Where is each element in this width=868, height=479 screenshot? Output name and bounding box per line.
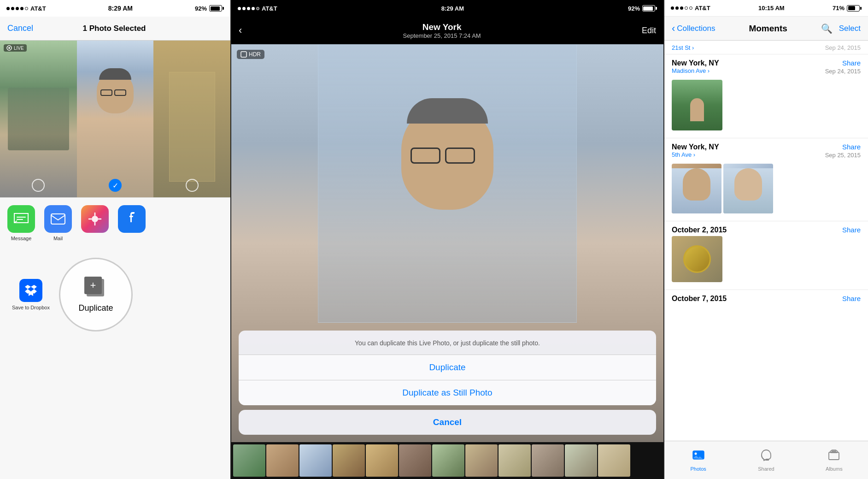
photo-cell-2[interactable]: ✓ (77, 41, 154, 197)
moment4-title: October 7, 2015 (672, 295, 727, 303)
collections-back-button[interactable]: ‹ Collections (672, 23, 715, 35)
duplicate-still-button[interactable]: Duplicate as Still Photo (239, 380, 656, 405)
share-facebook[interactable] (118, 205, 146, 236)
prev-moment-item: 21st St › Sep 24, 2015 (664, 41, 868, 54)
shared-tab-icon (760, 449, 773, 464)
select-button[interactable]: Select (839, 24, 861, 33)
main-photo[interactable]: 🍎 HDR You can duplicate this Live Photo,… (231, 44, 663, 442)
mail-icon (44, 205, 72, 233)
p3-battery-pct: 71% (833, 5, 845, 12)
tab-albums[interactable]: Albums (800, 449, 868, 472)
moment4-header: October 7, 2015 Share (672, 295, 861, 303)
thumb-5[interactable] (366, 444, 398, 477)
select-circle-1[interactable] (32, 179, 45, 192)
photo-cell-1[interactable]: LIVE (0, 41, 77, 197)
moment-item-2: New York, NY 5th Ave › Share Sep 25, 201… (664, 138, 868, 221)
tab-photos[interactable]: Photos (664, 449, 732, 472)
thumb-9[interactable] (499, 444, 531, 477)
dot1 (6, 7, 10, 10)
moment3-share-button[interactable]: Share (842, 226, 861, 234)
svg-rect-2 (17, 217, 26, 218)
back-button-panel2[interactable]: ‹ (239, 24, 242, 36)
duplicate-label: Duplicate (78, 303, 113, 313)
share-photos[interactable] (81, 205, 109, 236)
thumb-11[interactable] (565, 444, 597, 477)
thumb-6[interactable] (399, 444, 431, 477)
moment1-meta: Share Sep 24, 2015 (825, 59, 861, 75)
panel1-title: 1 Photo Selected (83, 24, 146, 33)
moment1-subloc[interactable]: Madison Ave › (672, 67, 719, 74)
p2-signal (238, 7, 259, 10)
thumb-4[interactable] (333, 444, 365, 477)
status-bar-panel2: AT&T 8:29 AM 92% (231, 0, 663, 17)
dialog-overlay: You can duplicate this Live Photo, or ju… (231, 331, 663, 442)
share-message[interactable]: Message (7, 205, 35, 241)
p3-signal (671, 6, 692, 10)
share-mail[interactable]: Mail (44, 205, 72, 241)
dropbox-section[interactable]: Save to Dropbox (12, 279, 50, 310)
duplicate-circle[interactable]: + Duplicate (59, 258, 133, 331)
thumb-3[interactable] (299, 444, 332, 477)
status-left-panel1: AT&T (6, 5, 46, 12)
thumb-10[interactable] (532, 444, 564, 477)
carrier-label: AT&T (30, 5, 46, 12)
tab-bar: Photos Shared Albums (664, 441, 868, 479)
main-face (401, 104, 493, 219)
dropbox-label: Save to Dropbox (12, 305, 50, 310)
svg-rect-3 (17, 219, 23, 220)
d3 (247, 7, 250, 10)
p3d2 (675, 6, 679, 10)
tab-shared[interactable]: Shared (732, 449, 800, 472)
duplicate-button[interactable]: Duplicate (239, 355, 656, 380)
battery-percent: 92% (195, 5, 207, 12)
thumb-12[interactable] (598, 444, 630, 477)
select-circle-3[interactable] (186, 179, 199, 192)
collections-label: Collections (677, 24, 715, 33)
time-label: 8:29 AM (108, 5, 133, 12)
moment2-photo-2[interactable] (723, 164, 773, 213)
select-circle-2[interactable]: ✓ (109, 179, 122, 192)
cancel-dialog-button[interactable]: Cancel (239, 410, 656, 435)
watch-face (683, 245, 711, 273)
mail-label: Mail (53, 236, 63, 241)
moment1-title: New York, NY (672, 59, 719, 67)
face1 (683, 168, 710, 201)
search-button[interactable]: 🔍 (821, 23, 833, 34)
message-label: Message (11, 236, 32, 241)
thumb-1[interactable] (233, 444, 265, 477)
thumb-2[interactable] (266, 444, 299, 477)
p3d5 (689, 6, 692, 10)
photo-cell-3[interactable] (153, 41, 230, 197)
prev-moment-date: Sep 24, 2015 (825, 44, 861, 51)
moment2-date: Sep 25, 2015 (825, 152, 861, 159)
dot5 (25, 7, 28, 10)
cancel-button[interactable]: Cancel (7, 24, 33, 33)
moment4-share-button[interactable]: Share (842, 295, 861, 302)
edit-button[interactable]: Edit (642, 26, 656, 35)
moment2-share-button[interactable]: Share (842, 143, 861, 151)
hdr-label: HDR (249, 51, 261, 58)
svg-rect-14 (241, 52, 246, 57)
message-icon (7, 205, 35, 233)
p3d4 (685, 6, 688, 10)
panel-moments: AT&T 10:15 AM 71% ‹ Collections Moments … (664, 0, 868, 479)
thumb-8[interactable] (465, 444, 498, 477)
p2-battery-pct: 92% (628, 5, 640, 12)
moment3-photo-1[interactable] (672, 236, 722, 282)
battery-icon (209, 5, 224, 12)
panel2-subtitle: September 25, 2015 7:24 AM (403, 32, 481, 39)
p2-status-right: 92% (628, 5, 657, 12)
moment2-subloc[interactable]: 5th Ave › (672, 151, 719, 158)
prev-moment-location: 21st St › (672, 44, 694, 51)
moment1-photo-1[interactable] (672, 80, 722, 130)
dot2 (11, 7, 14, 10)
moment2-photo-1[interactable] (672, 164, 721, 213)
moment1-date: Sep 24, 2015 (825, 68, 861, 75)
face-sim (97, 72, 134, 118)
moments-title: Moments (749, 24, 787, 34)
dot3 (16, 7, 19, 10)
thumb-7[interactable] (432, 444, 464, 477)
moment-item-1: New York, NY Madison Ave › Share Sep 24,… (664, 54, 868, 138)
moment1-share-button[interactable]: Share (842, 59, 861, 67)
share-icons-row: Message Mail (7, 205, 223, 241)
